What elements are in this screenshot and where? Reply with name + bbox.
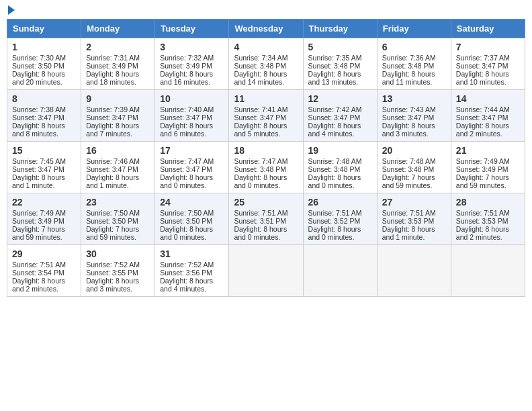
day-number: 21	[456, 145, 520, 156]
calendar-header-row: SundayMondayTuesdayWednesdayThursdayFrid…	[7, 19, 525, 38]
calendar-day-cell: 13Sunrise: 7:43 AMSunset: 3:47 PMDayligh…	[377, 90, 451, 142]
daylight-text: Daylight: 8 hours and 0 minutes.	[234, 225, 298, 241]
day-number: 24	[160, 197, 224, 208]
sunset-text: Sunset: 3:49 PM	[160, 62, 224, 70]
sunset-text: Sunset: 3:47 PM	[86, 165, 150, 173]
calendar-week-row: 29Sunrise: 7:51 AMSunset: 3:54 PMDayligh…	[7, 245, 525, 297]
calendar-day-cell: 23Sunrise: 7:50 AMSunset: 3:50 PMDayligh…	[81, 193, 155, 245]
daylight-text: Daylight: 8 hours and 0 minutes.	[160, 173, 224, 189]
sunrise-text: Sunrise: 7:52 AM	[86, 261, 150, 269]
sunrise-text: Sunrise: 7:51 AM	[456, 209, 520, 217]
sunrise-text: Sunrise: 7:46 AM	[86, 157, 150, 165]
calendar-day-cell	[377, 245, 451, 297]
sunrise-text: Sunrise: 7:52 AM	[160, 261, 224, 269]
logo-arrow-icon	[8, 5, 15, 15]
daylight-text: Daylight: 8 hours and 0 minutes.	[160, 225, 224, 241]
sunrise-text: Sunrise: 7:45 AM	[12, 157, 76, 165]
calendar-header-cell: Friday	[377, 19, 451, 38]
sunset-text: Sunset: 3:50 PM	[12, 62, 76, 70]
sunrise-text: Sunrise: 7:49 AM	[456, 157, 520, 165]
sunset-text: Sunset: 3:48 PM	[382, 165, 446, 173]
calendar-day-cell	[451, 245, 525, 297]
day-number: 15	[12, 145, 76, 156]
sunset-text: Sunset: 3:49 PM	[86, 62, 150, 70]
sunset-text: Sunset: 3:48 PM	[308, 62, 372, 70]
sunset-text: Sunset: 3:47 PM	[86, 113, 150, 122]
sunrise-text: Sunrise: 7:50 AM	[160, 209, 224, 217]
daylight-text: Daylight: 8 hours and 8 minutes.	[12, 122, 76, 138]
calendar-day-cell: 2Sunrise: 7:31 AMSunset: 3:49 PMDaylight…	[81, 38, 155, 90]
calendar-day-cell: 31Sunrise: 7:52 AMSunset: 3:56 PMDayligh…	[155, 245, 229, 297]
sunset-text: Sunset: 3:56 PM	[160, 269, 224, 277]
calendar-day-cell: 17Sunrise: 7:47 AMSunset: 3:47 PMDayligh…	[155, 142, 229, 193]
day-number: 27	[382, 197, 446, 208]
sunset-text: Sunset: 3:47 PM	[382, 113, 446, 122]
calendar-day-cell	[303, 245, 377, 297]
calendar-day-cell: 5Sunrise: 7:35 AMSunset: 3:48 PMDaylight…	[303, 38, 377, 90]
sunrise-text: Sunrise: 7:43 AM	[382, 105, 446, 113]
sunset-text: Sunset: 3:47 PM	[160, 113, 224, 122]
day-number: 26	[308, 197, 372, 208]
day-number: 10	[160, 93, 224, 104]
calendar-week-row: 8Sunrise: 7:38 AMSunset: 3:47 PMDaylight…	[7, 90, 525, 142]
day-number: 29	[12, 248, 76, 259]
daylight-text: Daylight: 8 hours and 1 minute.	[12, 173, 76, 189]
sunset-text: Sunset: 3:47 PM	[234, 113, 298, 122]
day-number: 19	[308, 145, 372, 156]
calendar-day-cell: 16Sunrise: 7:46 AMSunset: 3:47 PMDayligh…	[81, 142, 155, 193]
calendar-day-cell: 19Sunrise: 7:48 AMSunset: 3:48 PMDayligh…	[303, 142, 377, 193]
daylight-text: Daylight: 8 hours and 1 minute.	[382, 225, 446, 241]
sunrise-text: Sunrise: 7:41 AM	[234, 105, 298, 113]
day-number: 22	[12, 197, 76, 208]
calendar-day-cell: 22Sunrise: 7:49 AMSunset: 3:49 PMDayligh…	[7, 193, 81, 245]
daylight-text: Daylight: 8 hours and 0 minutes.	[308, 225, 372, 241]
sunrise-text: Sunrise: 7:35 AM	[308, 54, 372, 62]
calendar-day-cell: 20Sunrise: 7:48 AMSunset: 3:48 PMDayligh…	[377, 142, 451, 193]
logo	[7, 7, 15, 15]
calendar-day-cell: 30Sunrise: 7:52 AMSunset: 3:55 PMDayligh…	[81, 245, 155, 297]
daylight-text: Daylight: 8 hours and 2 minutes.	[456, 122, 520, 138]
day-number: 11	[234, 93, 298, 104]
calendar-header-cell: Tuesday	[155, 19, 229, 38]
daylight-text: Daylight: 8 hours and 0 minutes.	[308, 173, 372, 189]
daylight-text: Daylight: 8 hours and 3 minutes.	[382, 122, 446, 138]
calendar-table: SundayMondayTuesdayWednesdayThursdayFrid…	[7, 19, 525, 297]
calendar-day-cell: 25Sunrise: 7:51 AMSunset: 3:51 PMDayligh…	[229, 193, 303, 245]
day-number: 23	[86, 197, 150, 208]
sunset-text: Sunset: 3:52 PM	[308, 217, 372, 225]
sunrise-text: Sunrise: 7:37 AM	[456, 54, 520, 62]
day-number: 31	[160, 248, 224, 259]
day-number: 25	[234, 197, 298, 208]
calendar-body: 1Sunrise: 7:30 AMSunset: 3:50 PMDaylight…	[7, 38, 525, 297]
sunset-text: Sunset: 3:47 PM	[456, 62, 520, 70]
calendar-day-cell: 7Sunrise: 7:37 AMSunset: 3:47 PMDaylight…	[451, 38, 525, 90]
sunset-text: Sunset: 3:48 PM	[382, 62, 446, 70]
calendar-day-cell: 6Sunrise: 7:36 AMSunset: 3:48 PMDaylight…	[377, 38, 451, 90]
sunset-text: Sunset: 3:53 PM	[382, 217, 446, 225]
day-number: 28	[456, 197, 520, 208]
daylight-text: Daylight: 8 hours and 7 minutes.	[86, 122, 150, 138]
sunrise-text: Sunrise: 7:51 AM	[234, 209, 298, 217]
day-number: 14	[456, 93, 520, 104]
day-number: 17	[160, 145, 224, 156]
calendar-header-cell: Monday	[81, 19, 155, 38]
daylight-text: Daylight: 8 hours and 1 minute.	[86, 173, 150, 189]
calendar-day-cell: 24Sunrise: 7:50 AMSunset: 3:50 PMDayligh…	[155, 193, 229, 245]
calendar-day-cell: 4Sunrise: 7:34 AMSunset: 3:48 PMDaylight…	[229, 38, 303, 90]
day-number: 6	[382, 42, 446, 52]
daylight-text: Daylight: 8 hours and 16 minutes.	[160, 70, 224, 86]
daylight-text: Daylight: 8 hours and 13 minutes.	[308, 70, 372, 86]
calendar-day-cell: 8Sunrise: 7:38 AMSunset: 3:47 PMDaylight…	[7, 90, 81, 142]
sunset-text: Sunset: 3:54 PM	[12, 269, 76, 277]
sunrise-text: Sunrise: 7:51 AM	[12, 261, 76, 269]
sunset-text: Sunset: 3:50 PM	[86, 217, 150, 225]
day-number: 1	[12, 42, 76, 52]
daylight-text: Daylight: 8 hours and 4 minutes.	[308, 122, 372, 138]
calendar-day-cell: 18Sunrise: 7:47 AMSunset: 3:48 PMDayligh…	[229, 142, 303, 193]
calendar-day-cell: 1Sunrise: 7:30 AMSunset: 3:50 PMDaylight…	[7, 38, 81, 90]
day-number: 18	[234, 145, 298, 156]
day-number: 30	[86, 248, 150, 259]
day-number: 13	[382, 93, 446, 104]
sunrise-text: Sunrise: 7:36 AM	[382, 54, 446, 62]
daylight-text: Daylight: 8 hours and 3 minutes.	[86, 277, 150, 293]
